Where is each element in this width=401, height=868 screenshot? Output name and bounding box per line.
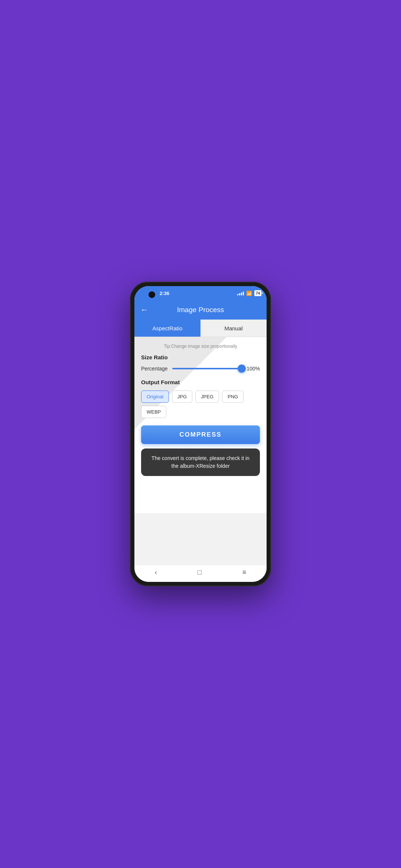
toast-notification: The convert is complete, please check it… (141, 448, 260, 476)
app-bar: ← Image Process (134, 300, 267, 320)
format-webp[interactable]: WEBP (141, 406, 166, 418)
bottom-nav: ‹ □ ≡ (134, 565, 267, 582)
format-original[interactable]: Original (141, 391, 169, 403)
tab-aspect-ratio[interactable]: AspectRatio (134, 320, 200, 337)
camera-hole (149, 291, 155, 298)
tip-text: Tip:Change image size proportionally (141, 344, 260, 349)
signal-icon (237, 291, 244, 295)
battery-icon: 74 (254, 290, 261, 296)
content-scroll: AspectRatio Manual Tip:Change image size… (134, 320, 267, 565)
slider-fill (172, 368, 242, 369)
nav-back-button[interactable]: ‹ (147, 567, 164, 578)
compress-button[interactable]: COMPRESS (141, 425, 260, 444)
wifi-icon: 📶 (246, 291, 252, 296)
output-format-title: Output Format (141, 379, 260, 385)
percentage-label: Percentage (141, 366, 168, 372)
phone-frame: 2:36 📶 74 ← Image Process (130, 282, 271, 586)
nav-menu-button[interactable]: ≡ (235, 567, 254, 578)
phone-screen: 2:36 📶 74 ← Image Process (134, 286, 267, 582)
slider-thumb (238, 365, 246, 373)
format-png[interactable]: PNG (222, 391, 244, 403)
size-ratio-title: Size Ratio (141, 354, 260, 360)
status-icons: 📶 74 (237, 290, 261, 296)
toast-message: The convert is complete, please check it… (151, 455, 250, 469)
content-area: Tip:Change image size proportionally Siz… (134, 337, 267, 513)
tab-manual[interactable]: Manual (200, 320, 267, 337)
nav-home-button[interactable]: □ (190, 567, 209, 578)
content-inner: Tip:Change image size proportionally Siz… (134, 337, 267, 513)
format-jpeg[interactable]: JPEG (195, 391, 219, 403)
status-time: 2:36 (160, 291, 169, 296)
tab-bar: AspectRatio Manual (134, 320, 267, 337)
slider-row: Percentage 100% (141, 366, 260, 372)
app-title: Image Process (152, 306, 249, 314)
back-button[interactable]: ← (140, 306, 149, 314)
format-jpg[interactable]: JPG (172, 391, 192, 403)
slider-value: 100% (247, 366, 260, 372)
format-buttons: Original JPG JPEG PNG WEBP (141, 391, 260, 418)
slider-track[interactable] (172, 368, 242, 369)
